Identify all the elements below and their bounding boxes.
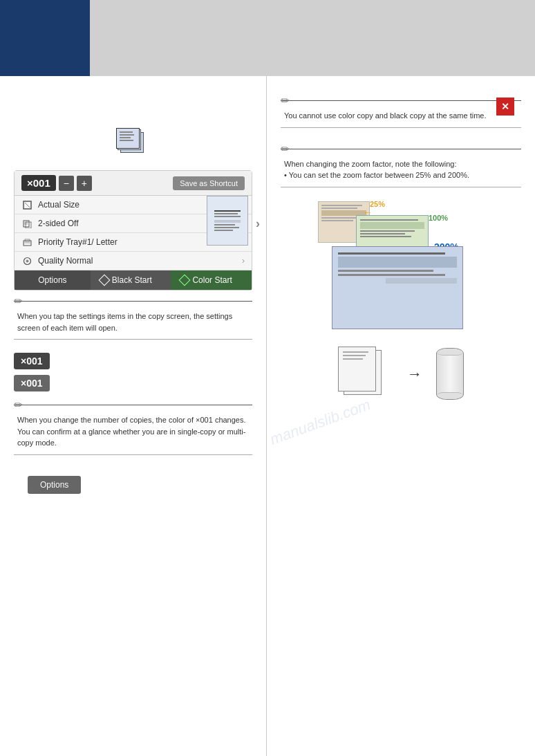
watermark: manualslib.com bbox=[268, 396, 373, 449]
counter-examples: ×001 ×001 bbox=[14, 350, 252, 394]
quality-label: Quality Normal bbox=[38, 256, 242, 266]
note-text-1: When you tap the settings items in the c… bbox=[14, 311, 252, 333]
right-note-icon-2: ✏ bbox=[281, 142, 290, 156]
black-diamond-icon bbox=[98, 275, 110, 286]
left-column: ×001 − + Save as Shortcut Actual Size › bbox=[0, 76, 266, 504]
convert-arrow: → bbox=[407, 365, 422, 383]
color-diamond-icon bbox=[179, 275, 191, 286]
quality-icon bbox=[21, 255, 32, 266]
counter-example-1: ×001 bbox=[14, 353, 50, 369]
svg-rect-2 bbox=[24, 221, 29, 227]
quality-row[interactable]: Quality Normal › bbox=[15, 252, 252, 270]
color-start-button[interactable]: Color Start bbox=[171, 270, 252, 290]
save-shortcut-button[interactable]: Save as Shortcut bbox=[173, 176, 245, 190]
header-gray-block bbox=[90, 0, 535, 76]
counter-display: ×001 bbox=[21, 175, 56, 191]
convert-diagram: → bbox=[281, 347, 521, 402]
svg-line-1 bbox=[25, 203, 30, 208]
counter-group: ×001 − + bbox=[21, 175, 92, 191]
right-note-box-2: ✏ When changing the zoom factor, note th… bbox=[281, 149, 521, 187]
right-column: ✏ ✕ You cannot use color copy and black … bbox=[266, 76, 535, 504]
counter-example-2: ×001 bbox=[14, 375, 50, 391]
plus-button[interactable]: + bbox=[77, 176, 92, 191]
duplex-icon bbox=[21, 218, 32, 229]
copy-icon-area bbox=[14, 128, 252, 160]
copy-panel-top: ×001 − + Save as Shortcut bbox=[15, 171, 252, 196]
resize-icon bbox=[21, 199, 32, 210]
preview-thumbnail bbox=[207, 196, 248, 246]
roll-container bbox=[436, 348, 464, 400]
note-text-2: When you change the number of copies, th… bbox=[14, 414, 252, 449]
right-note-box-1: ✏ ✕ You cannot use color copy and black … bbox=[281, 100, 521, 128]
percent-100-label: 100% bbox=[429, 214, 448, 222]
right-note-text-1: You cannot use color copy and black copy… bbox=[284, 110, 518, 122]
copy-panel: ×001 − + Save as Shortcut Actual Size › bbox=[14, 170, 252, 291]
options-button[interactable]: Options bbox=[15, 270, 91, 290]
header-blue-block bbox=[0, 0, 90, 76]
note-box-2: ✏ When you change the number of copies, … bbox=[14, 405, 252, 455]
right-note-text-2: When changing the zoom factor, note the … bbox=[284, 158, 518, 181]
quality-arrow: › bbox=[242, 256, 245, 266]
right-note-icon-1: ✏ bbox=[281, 94, 290, 107]
scale-200-page bbox=[332, 246, 463, 329]
panel-rows-area: Actual Size › 2-sided Off › Priority bbox=[15, 196, 252, 270]
roll-shape bbox=[436, 348, 464, 400]
error-x-icon: ✕ bbox=[496, 98, 514, 116]
note-box-1: ✏ When you tap the settings items in the… bbox=[14, 301, 252, 340]
pages-group bbox=[338, 347, 393, 402]
panel-expand-arrow: › bbox=[256, 216, 260, 231]
tray-icon bbox=[21, 237, 32, 248]
minus-button[interactable]: − bbox=[59, 176, 74, 191]
page-front bbox=[338, 347, 376, 391]
header bbox=[0, 0, 535, 76]
panel-buttons: Options Black Start Color Start bbox=[15, 270, 252, 290]
scale-illustration: 25% ← 100% bbox=[281, 201, 521, 333]
black-start-button[interactable]: Black Start bbox=[91, 270, 171, 290]
options-standalone-button[interactable]: Options bbox=[28, 476, 81, 494]
svg-point-10 bbox=[26, 259, 28, 262]
main-content: ×001 − + Save as Shortcut Actual Size › bbox=[0, 76, 535, 504]
note-icon-2: ✏ bbox=[14, 398, 23, 412]
note-icon-1: ✏ bbox=[14, 295, 23, 308]
